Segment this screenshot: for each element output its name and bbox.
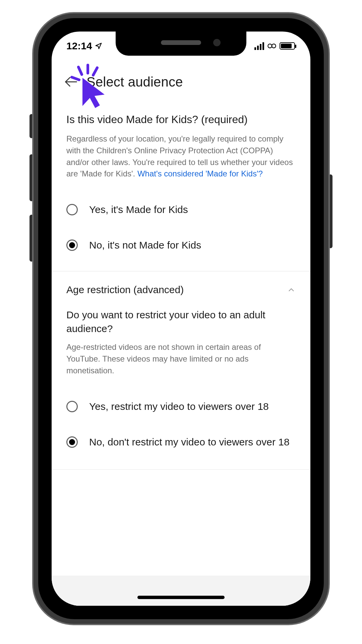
app-header: Select audience <box>52 65 310 99</box>
phone-bezel: 12:14 Select audience <box>38 18 324 619</box>
option-yes-age-restrict[interactable]: Yes, restrict my video to viewers over 1… <box>52 393 310 420</box>
status-left: 12:14 <box>66 40 102 52</box>
phone-volume-down <box>29 215 34 262</box>
battery-icon <box>280 42 295 50</box>
front-camera <box>213 39 221 46</box>
age-restriction-section: Age restriction (advanced) Do you want t… <box>52 284 310 469</box>
option-no-age-restrict[interactable]: No, don't restrict my video to viewers o… <box>52 428 310 456</box>
divider <box>52 469 310 470</box>
option-label: Yes, it's Made for Kids <box>89 204 188 215</box>
phone-mute-switch <box>29 114 34 138</box>
page-title: Select audience <box>86 74 183 90</box>
chevron-up-icon <box>287 285 296 294</box>
age-restriction-question: Do you want to restrict your video to an… <box>66 308 296 335</box>
speaker-grille <box>161 40 201 45</box>
vpn-chain-icon <box>267 43 277 49</box>
svg-point-1 <box>272 44 276 48</box>
made-for-kids-description: Regardless of your location, you're lega… <box>66 133 296 180</box>
home-indicator[interactable] <box>137 596 225 599</box>
content: Is this video Made for Kids? (required) … <box>52 113 310 606</box>
arrow-left-icon <box>64 74 78 89</box>
option-label: No, it's not Made for Kids <box>89 239 201 251</box>
phone-volume-up <box>29 154 34 201</box>
phone-frame: 12:14 Select audience <box>34 13 328 624</box>
status-time: 12:14 <box>66 40 92 52</box>
made-for-kids-link[interactable]: What's considered 'Made for Kids'? <box>137 169 263 178</box>
signal-icon <box>254 42 264 50</box>
option-yes-made-for-kids[interactable]: Yes, it's Made for Kids <box>52 196 310 223</box>
radio-icon <box>66 239 78 251</box>
radio-icon <box>66 401 78 412</box>
made-for-kids-question: Is this video Made for Kids? (required) <box>66 113 296 126</box>
radio-icon <box>66 204 78 215</box>
divider <box>52 271 310 271</box>
status-right <box>254 42 295 50</box>
svg-point-0 <box>268 44 272 48</box>
canvas: 12:14 Select audience <box>0 0 362 644</box>
location-icon <box>95 42 102 50</box>
bottom-shade <box>52 576 310 606</box>
back-button[interactable] <box>62 72 80 91</box>
age-restriction-options: Yes, restrict my video to viewers over 1… <box>52 393 310 456</box>
option-label: Yes, restrict my video to viewers over 1… <box>89 401 269 412</box>
option-no-made-for-kids[interactable]: No, it's not Made for Kids <box>52 231 310 259</box>
age-restriction-header[interactable]: Age restriction (advanced) <box>52 284 310 296</box>
screen: 12:14 Select audience <box>52 32 310 606</box>
made-for-kids-options: Yes, it's Made for Kids No, it's not Mad… <box>52 196 310 259</box>
age-restriction-title: Age restriction (advanced) <box>66 284 184 296</box>
age-restriction-description: Age-restricted videos are not shown in c… <box>52 341 310 376</box>
option-label: No, don't restrict my video to viewers o… <box>89 436 290 448</box>
phone-power-button <box>328 174 333 248</box>
phone-notch <box>116 32 246 56</box>
radio-icon <box>66 436 78 448</box>
